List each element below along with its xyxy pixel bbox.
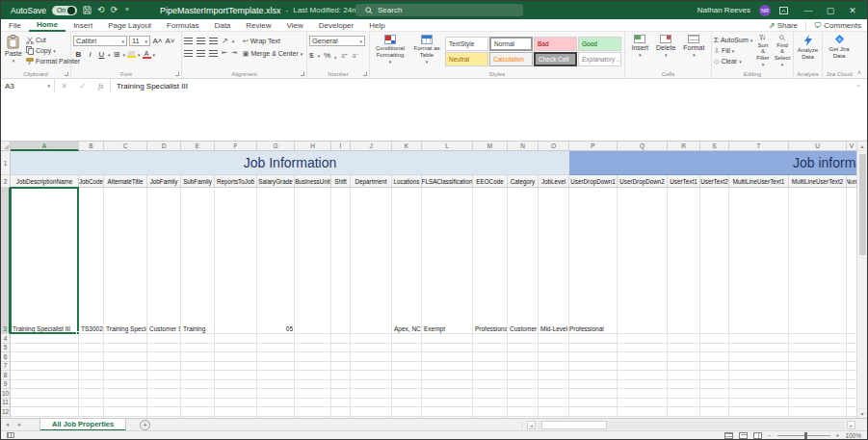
align-right-icon[interactable] (209, 50, 218, 57)
cell-B11[interactable] (79, 399, 104, 408)
align-center-icon[interactable] (197, 50, 205, 57)
zoom-level[interactable]: 100% (845, 432, 861, 439)
vertical-scrollbar[interactable]: ▴▾ (856, 142, 867, 418)
cell-S7[interactable] (700, 362, 729, 372)
tab-formulas[interactable]: Formulas (159, 19, 206, 32)
row-number-9[interactable]: 9 (1, 380, 11, 390)
cell-E10[interactable] (181, 389, 215, 399)
cell-style-explanatory[interactable]: Explanatory ... (578, 52, 621, 66)
column-header-J[interactable]: J (351, 142, 392, 151)
cell-J3[interactable] (351, 188, 392, 334)
cell-Q3[interactable] (618, 188, 668, 334)
field-header-userdropdown1[interactable]: UserDropDown1 (569, 175, 618, 188)
cell-H5[interactable] (295, 344, 331, 353)
field-header-category[interactable]: Category (508, 175, 539, 188)
field-header-subfamily[interactable]: SubFamily (181, 175, 215, 188)
row-number-12[interactable]: 12 (1, 407, 11, 417)
cell-J8[interactable] (351, 371, 392, 380)
insert-function-icon[interactable]: fx (98, 82, 104, 91)
row-number-7[interactable]: 7 (1, 362, 11, 372)
horizontal-scrollbar[interactable]: ⁞ ◂ ▸ (521, 421, 855, 429)
cell-F12[interactable] (215, 407, 257, 417)
sheet-nav-left-icon[interactable]: ◂ (1, 421, 13, 428)
cell-K3[interactable]: Apex, NC (392, 188, 422, 334)
cell-C9[interactable] (104, 380, 147, 390)
cell-K10[interactable] (392, 389, 422, 399)
tab-insert[interactable]: Insert (66, 19, 100, 32)
field-header-eeocode[interactable]: EEOCode (473, 175, 508, 188)
tab-file[interactable]: File (1, 19, 29, 32)
cell-O6[interactable] (539, 352, 569, 362)
currency-button[interactable]: $ (309, 50, 313, 61)
decrease-indent-icon[interactable]: ⇤ (222, 49, 227, 57)
get-jira-data-button[interactable]: Get Jira Data (825, 34, 854, 69)
cell-Q10[interactable] (618, 389, 668, 399)
cell-U9[interactable] (789, 380, 847, 390)
cell-E3[interactable]: Training (181, 188, 215, 334)
cell-H12[interactable] (295, 407, 331, 417)
cell-J6[interactable] (351, 352, 392, 362)
cell-B9[interactable] (79, 380, 104, 390)
cell-S9[interactable] (700, 380, 729, 390)
cell-N7[interactable] (508, 362, 539, 372)
cell-N12[interactable] (508, 407, 539, 417)
collapse-formula-bar-icon[interactable]: ⌄ (855, 81, 861, 89)
cell-I12[interactable] (331, 407, 351, 417)
alignment-dialog-launcher[interactable] (301, 72, 304, 76)
cell-L6[interactable] (422, 352, 473, 362)
cell-Q8[interactable] (618, 371, 668, 380)
cell-S10[interactable] (700, 389, 729, 399)
cell-S3[interactable] (700, 188, 729, 334)
page-break-view-button[interactable] (753, 432, 762, 439)
cell-P7[interactable] (569, 362, 618, 372)
undo-icon[interactable]: ⟲ (97, 6, 105, 14)
field-header-userdropdown2[interactable]: UserDropDown2 (618, 175, 668, 188)
cell-N4[interactable] (508, 334, 539, 344)
cell-T11[interactable] (729, 399, 789, 408)
row-number-11[interactable]: 11 (1, 399, 11, 408)
format-as-table-button[interactable]: Format as Table▾ (410, 34, 443, 69)
tab-page-layout[interactable]: Page Layout (100, 19, 159, 32)
field-header-reportstojob[interactable]: ReportsToJob (215, 175, 257, 188)
column-header-C[interactable]: C (104, 142, 147, 151)
cell-E8[interactable] (181, 371, 215, 380)
cell-I6[interactable] (331, 352, 351, 362)
cell-M6[interactable] (473, 352, 508, 362)
cell-B12[interactable] (79, 407, 104, 417)
scrollbar-split-handle[interactable]: ⁞ (521, 422, 523, 428)
cell-O7[interactable] (539, 362, 569, 372)
wrap-text-button[interactable]: ↩ Wrap Text (243, 37, 303, 45)
column-header-H[interactable]: H (295, 142, 331, 151)
cell-I8[interactable] (331, 371, 351, 380)
clear-button[interactable]: ◇ Clear ▾ (714, 57, 752, 65)
minimize-button[interactable]: — (802, 6, 815, 15)
cell-T4[interactable] (729, 334, 789, 344)
cell-I9[interactable] (331, 380, 351, 390)
scroll-down-icon[interactable]: ▾ (857, 408, 867, 418)
scroll-up-icon[interactable]: ▴ (857, 142, 867, 151)
accessibility-status-icon[interactable] (7, 432, 14, 438)
cell-B7[interactable] (79, 362, 104, 372)
font-color-button[interactable]: A (142, 51, 152, 59)
cell-R10[interactable] (668, 389, 700, 399)
cell-G9[interactable] (257, 380, 295, 390)
cell-F8[interactable] (215, 371, 257, 380)
maximize-button[interactable]: ▢ (824, 6, 837, 15)
cell-E12[interactable] (181, 407, 215, 417)
cell-D8[interactable] (147, 371, 181, 380)
field-header-usertext2[interactable]: UserText2 (700, 175, 729, 188)
cell-D7[interactable] (147, 362, 181, 372)
cell-R7[interactable] (668, 362, 700, 372)
avatar[interactable]: NR (759, 5, 771, 16)
cell-Q12[interactable] (618, 407, 668, 417)
row-number-1[interactable]: 1 (1, 151, 11, 175)
cell-O9[interactable] (539, 380, 569, 390)
cell-I7[interactable] (331, 362, 351, 372)
user-name[interactable]: Nathan Reeves (697, 6, 750, 14)
column-header-G[interactable]: G (257, 142, 295, 151)
clipboard-dialog-launcher[interactable] (65, 72, 68, 76)
cell-S5[interactable] (700, 344, 729, 353)
cell-E7[interactable] (181, 362, 215, 372)
cell-T8[interactable] (729, 371, 789, 380)
column-header-M[interactable]: M (473, 142, 508, 151)
